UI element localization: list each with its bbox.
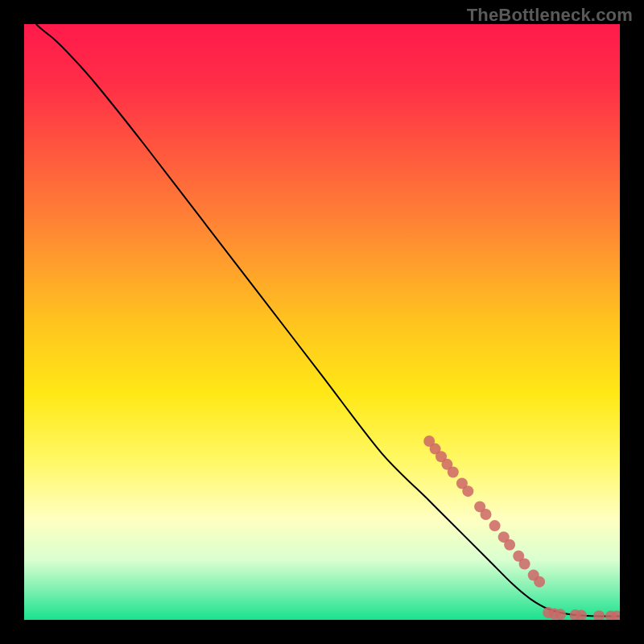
watermark-text: TheBottleneck.com (467, 5, 633, 26)
highlight-point (504, 539, 515, 551)
highlight-point (448, 466, 459, 477)
bottleneck-curve-chart (24, 24, 620, 620)
highlight-point (519, 558, 530, 569)
highlight-point (481, 509, 492, 520)
highlight-point (489, 520, 501, 531)
plot-area (24, 24, 620, 620)
gradient-background (24, 24, 620, 620)
chart-frame: TheBottleneck.com (0, 0, 644, 644)
highlight-point (555, 609, 566, 620)
highlight-point (534, 576, 545, 588)
highlight-point (462, 485, 473, 497)
